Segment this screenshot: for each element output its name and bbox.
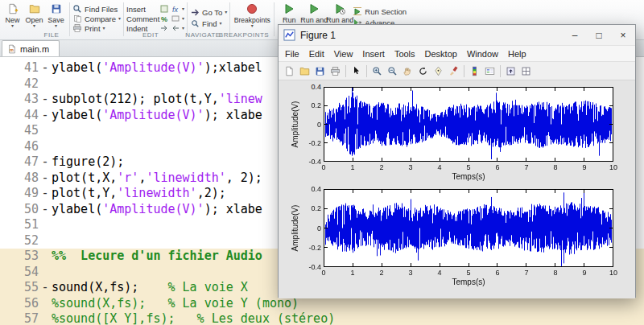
breakpoints-button[interactable]: Breakpoints ▾: [233, 2, 271, 28]
mfile-icon: m: [7, 44, 17, 54]
menu-file[interactable]: File: [280, 49, 304, 59]
menu-view[interactable]: View: [329, 49, 358, 59]
line-exec-dash: -: [39, 92, 52, 108]
minimize-button[interactable]: –: [563, 25, 587, 45]
rotate-3d-icon[interactable]: [415, 64, 431, 79]
x-tick-label: 8: [547, 269, 564, 277]
code-line[interactable]: 57%sound([X Y],fs); % Les deux (stéreo): [0, 311, 644, 325]
new-script-icon: [6, 2, 19, 15]
waveform-canvas[interactable]: [324, 189, 613, 267]
comment-label: Comment: [126, 14, 157, 23]
line-number: 54: [0, 265, 39, 281]
menu-desktop[interactable]: Desktop: [420, 49, 462, 59]
separator: [345, 65, 346, 77]
new-button[interactable]: New ▾: [2, 2, 23, 28]
grid-view-icon[interactable]: [518, 64, 534, 79]
insert-section-icon: [159, 5, 168, 14]
edit-plot-icon[interactable]: [349, 64, 364, 79]
insert-label: Insert: [126, 5, 157, 14]
line-number: 45: [0, 123, 39, 139]
x-tick-label: 9: [576, 269, 592, 277]
run-and-advance-icon: [308, 2, 320, 15]
open-file-icon[interactable]: [297, 64, 312, 79]
x-tick-label: 4: [431, 269, 448, 277]
compare-button[interactable]: Compare ▾: [72, 14, 121, 23]
print-figure-icon[interactable]: [328, 64, 343, 79]
x-tick-label: 10: [605, 163, 621, 171]
line-exec-dash: -: [39, 108, 52, 124]
waveform-canvas[interactable]: [324, 87, 613, 162]
y-tick-label: -0.2: [299, 244, 321, 252]
chevron-down-icon: ▾: [251, 24, 254, 28]
figure-canvas-area: 0.40.20-0.2-0.4012345678910Temps(s)Ampli…: [279, 80, 635, 298]
insert-button[interactable]: Insert fx ▾: [126, 4, 184, 14]
x-tick-label: 5: [460, 269, 477, 277]
run-and-time-icon: [333, 2, 346, 15]
comment-button[interactable]: Comment % ▾: [126, 14, 184, 23]
chevron-down-icon: ▾: [225, 10, 227, 14]
separator: [500, 65, 501, 77]
open-button[interactable]: Open ▾: [23, 2, 45, 28]
run-and-label: Run and: [326, 16, 353, 24]
tab-main-m[interactable]: m main.m: [2, 40, 60, 56]
x-tick-label: 6: [489, 163, 506, 171]
menu-insert[interactable]: Insert: [357, 49, 390, 59]
tab-label: main.m: [20, 44, 49, 54]
line-exec-dash: [39, 76, 52, 93]
zoom-in-icon[interactable]: [369, 64, 385, 79]
plot-axes: [324, 189, 613, 267]
new-figure-icon[interactable]: [282, 64, 297, 79]
data-cursor-icon[interactable]: [431, 64, 446, 79]
chevron-down-icon: ▾: [33, 24, 35, 28]
menu-tools[interactable]: Tools: [390, 49, 420, 59]
open-folder-icon: [28, 2, 41, 15]
run-and-time-button[interactable]: Run and: [327, 2, 353, 24]
x-axis-label: Temps(s): [432, 278, 505, 286]
y-tick-label: 0: [299, 224, 321, 232]
figure-titlebar[interactable]: Figure 1 – □ ×: [279, 25, 635, 46]
y-tick-label: 0.2: [299, 101, 321, 109]
close-button[interactable]: ×: [611, 25, 635, 45]
chevron-down-icon: ▾: [182, 7, 184, 11]
colorbar-icon[interactable]: [467, 64, 482, 79]
zoom-out-icon[interactable]: [385, 64, 400, 79]
dock-figure-icon[interactable]: [503, 64, 518, 79]
find-label: Find: [202, 19, 217, 28]
comment-percent-icon: %: [159, 14, 168, 23]
maximize-button[interactable]: □: [587, 25, 611, 45]
line-number: 57: [0, 311, 39, 325]
chevron-down-icon: ▾: [182, 27, 184, 31]
legend-icon[interactable]: [482, 64, 497, 79]
find-icon: [190, 19, 200, 28]
plot-axes: [324, 87, 613, 162]
figure-window[interactable]: Figure 1 – □ × File Edit View Insert Too…: [278, 24, 636, 298]
menu-window[interactable]: Window: [462, 49, 503, 59]
pan-icon[interactable]: [400, 64, 415, 79]
print-button[interactable]: Print ▾: [72, 23, 121, 33]
save-button[interactable]: Save ▾: [45, 2, 67, 28]
run-and-advance-button[interactable]: Run and: [301, 2, 327, 24]
run-section-button[interactable]: Run Section: [353, 6, 407, 17]
find-files-button[interactable]: Find Files: [72, 4, 121, 14]
line-number: 50: [0, 202, 39, 218]
compare-icon: [72, 14, 82, 23]
ribbon-section-file: FILE: [23, 31, 80, 39]
line-number: 48: [0, 171, 39, 187]
separator: [274, 2, 275, 36]
run-section-icon: [353, 6, 362, 16]
goto-button[interactable]: Go To ▾: [190, 6, 227, 18]
find-button[interactable]: Find ▾: [190, 18, 227, 29]
save-figure-icon[interactable]: [312, 64, 328, 79]
insert-function-icon: fx: [171, 5, 180, 14]
wrap-comment-icon: [171, 14, 180, 23]
y-tick-label: 0.2: [299, 204, 321, 212]
brush-icon[interactable]: [446, 64, 461, 79]
code-text: %sound([X Y],fs); % Les deux (stéreo): [52, 311, 644, 325]
menu-edit[interactable]: Edit: [304, 49, 329, 59]
menu-help[interactable]: Help: [503, 49, 531, 59]
line-exec-dash: -: [39, 154, 52, 171]
line-exec-dash: [39, 123, 52, 139]
chevron-down-icon: ▾: [118, 17, 121, 21]
y-tick-label: 0.4: [299, 185, 321, 193]
y-tick-label: 0.4: [299, 83, 321, 91]
